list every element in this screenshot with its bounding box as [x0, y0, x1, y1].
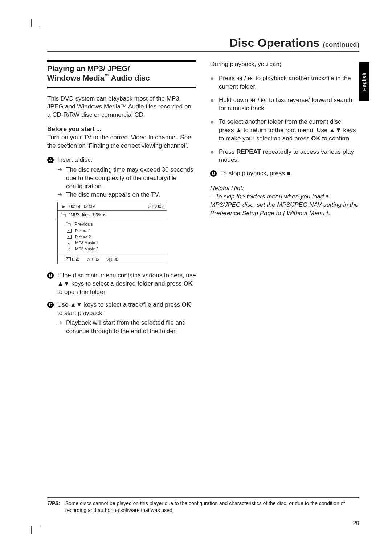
menu-track-index: 001/003 [148, 204, 164, 209]
step-3: C Use ▲▼ keys to select a track/file and… [47, 301, 196, 318]
intro-paragraph: This DVD system can playback most of the… [47, 95, 196, 120]
footer-photos: 050 [66, 257, 79, 262]
tips-text: Some discs cannot be played on this play… [65, 500, 359, 514]
arrow-icon: ➔ [57, 319, 63, 336]
photo-icon [66, 257, 71, 261]
music-icon: ♫ [66, 240, 72, 246]
bullet-prev-next: ● Press ⏮ / ⏭ to playback another track/… [210, 74, 359, 91]
menu-item: ♫ MP3 Music 2 [58, 246, 167, 252]
right-column: During playback, you can; ● Press ⏮ / ⏭ … [210, 60, 359, 336]
svg-point-1 [68, 230, 69, 231]
photo-icon [66, 229, 72, 233]
bullet-icon: ● [210, 97, 215, 113]
hint-body: – To skip the folders menu when you load… [210, 193, 359, 218]
menu-body: Previous Picture 1 Picture 2 [58, 219, 167, 255]
language-tab: English [359, 62, 369, 101]
footer-videos: ▷▯000 [106, 257, 118, 262]
step-3-text: Use ▲▼ keys to select a track/file and p… [57, 301, 196, 318]
step-1: A Insert a disc. [47, 156, 196, 164]
content-columns: Playing an MP3/ JPEG/ Windows Media™ Aud… [47, 60, 359, 336]
menu-item: Picture 2 [58, 234, 167, 240]
step-number-2: B [47, 272, 54, 279]
stop-icon: ■ [286, 170, 290, 177]
step-3-sub: ➔ Playback will start from the selected … [57, 319, 196, 336]
menu-top-row: ▶ 00:19 04:39 001/003 [58, 202, 167, 211]
up-down-icon: ▲▼ [57, 280, 70, 287]
menu-path: \MP3_files_128kbs [69, 212, 106, 218]
page-header: Disc Operations (continued) [47, 36, 359, 52]
folder-icon [61, 213, 66, 217]
hint-head: Helpful Hint: [210, 184, 359, 193]
svg-point-3 [68, 236, 69, 237]
during-playback-lead: During playback, you can; [210, 60, 359, 69]
menu-path-row: \MP3_files_128kbs [58, 211, 167, 219]
next-track-icon: ⏭ [261, 97, 267, 103]
step-4: D To stop playback, press ■ . [210, 169, 359, 178]
bullet-folder: ● To select another folder from the curr… [210, 118, 359, 143]
tips-label: TIPS: [47, 500, 60, 514]
bullet-icon: ● [210, 119, 215, 143]
up-down-icon: ▲▼ [329, 127, 342, 134]
step-1-sub1: ➔ The disc reading time may exceed 30 se… [57, 166, 196, 191]
menu-item: ♫ MP3 Music 1 [58, 240, 167, 246]
svg-rect-4 [66, 258, 70, 261]
play-icon: ▶ [61, 204, 66, 209]
bullet-icon: ● [210, 149, 215, 165]
folder-icon [66, 222, 71, 226]
menu-footer: 050 ♫ 003 ▷▯000 [58, 255, 167, 264]
step-2-text: If the disc main menu contains various f… [57, 271, 196, 296]
header-continued: (continued) [323, 41, 359, 48]
prev-track-icon: ⏮ [250, 97, 256, 103]
svg-rect-0 [67, 229, 71, 233]
svg-rect-2 [67, 235, 71, 239]
step-1-sub2: ➔ The disc menu appears on the TV. [57, 191, 196, 199]
section-title-line2: Windows Media™ Audio disc [47, 73, 196, 83]
music-icon: ♫ [86, 257, 91, 262]
section-title-line1: Playing an MP3/ JPEG/ [47, 64, 196, 73]
manual-page: Disc Operations (continued) English Play… [0, 0, 392, 553]
left-column: Playing an MP3/ JPEG/ Windows Media™ Aud… [47, 60, 196, 336]
photo-icon [66, 235, 72, 239]
video-icon: ▷▯ [106, 257, 111, 262]
next-track-icon: ⏭ [248, 75, 254, 82]
page-number: 29 [353, 520, 359, 527]
tips-footer: TIPS: Some discs cannot be played on thi… [47, 497, 359, 514]
arrow-icon: ➔ [57, 191, 63, 199]
header-title: Disc Operations [229, 36, 319, 49]
step-2: B If the disc main menu contains various… [47, 271, 196, 296]
disc-menu-figure: ▶ 00:19 04:39 001/003 \MP3_files_128kbs [57, 202, 167, 264]
music-icon: ♫ [66, 246, 72, 252]
before-head: Before you start ... [47, 126, 101, 132]
up-icon: ▲ [236, 127, 242, 134]
helpful-hint: Helpful Hint: – To skip the folders menu… [210, 184, 359, 218]
arrow-icon: ➔ [57, 166, 63, 191]
before-text: Turn on your TV to the correct Video In … [47, 134, 191, 149]
step-number-4: D [210, 170, 217, 177]
menu-item-previous: Previous [58, 221, 167, 228]
prev-track-icon: ⏮ [236, 75, 242, 82]
bullet-hold: ● Hold down ⏮ / ⏭ to fast reverse/ forwa… [210, 96, 359, 113]
svg-point-5 [67, 258, 68, 259]
menu-item: Picture 1 [58, 228, 167, 234]
step-4-text: To stop playback, press ■ . [220, 169, 294, 178]
step-number-3: C [47, 302, 54, 308]
bullet-repeat: ● Press REPEAT repeatedly to access vari… [210, 148, 359, 165]
section-title: Playing an MP3/ JPEG/ Windows Media™ Aud… [47, 60, 196, 88]
footer-music: ♫ 003 [86, 257, 99, 262]
step-number-1: A [47, 157, 54, 163]
step-1-text: Insert a disc. [57, 156, 92, 164]
bullet-icon: ● [210, 75, 215, 91]
crop-mark [31, 526, 40, 534]
before-you-start: Before you start ... Turn on your TV to … [47, 125, 196, 150]
menu-time1: 00:19 [69, 204, 80, 209]
crop-mark [31, 19, 40, 27]
up-down-icon: ▲▼ [70, 301, 82, 308]
menu-time2: 04:39 [84, 204, 95, 209]
